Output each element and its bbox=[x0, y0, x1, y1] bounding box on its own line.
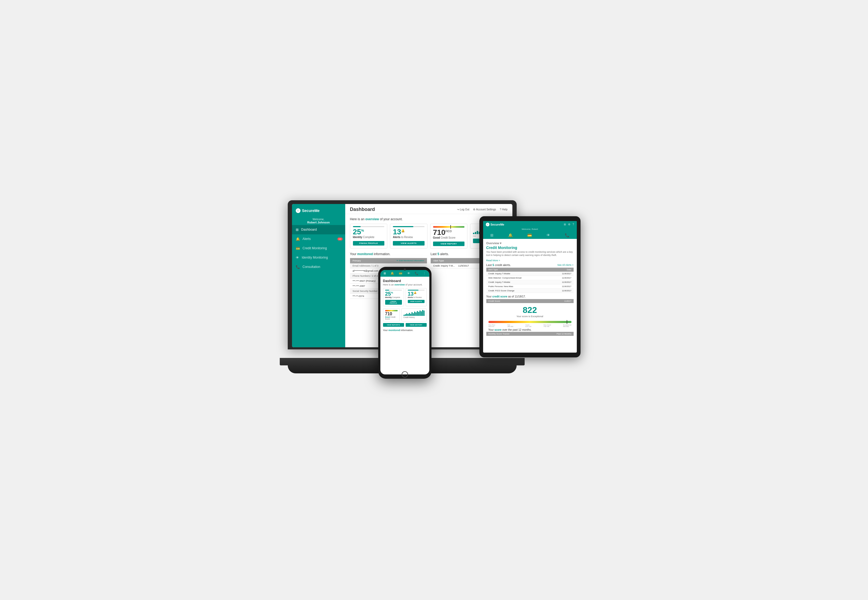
alerts-bar bbox=[393, 226, 425, 227]
tablet-see-all[interactable]: See All Alerts > bbox=[557, 264, 574, 266]
tablet-nav-alerts[interactable]: 🔔 bbox=[508, 233, 513, 237]
phone-home-button[interactable] bbox=[402, 371, 408, 377]
tablet-nav-identity[interactable]: 👁 bbox=[546, 233, 550, 237]
p-bar-4 bbox=[408, 314, 408, 316]
sidebar-item-credit[interactable]: 💳 Credit Monitoring bbox=[292, 244, 345, 253]
tablet-topbar-icons: ⊞ ⚙ ? bbox=[564, 223, 574, 226]
consultation-icon: 📞 bbox=[296, 265, 300, 269]
tablet-alert-type-2: Web Watcher: Compromised Email bbox=[488, 277, 522, 279]
range-very-good: Very Good740-799 bbox=[543, 324, 551, 327]
tablet-read-more[interactable]: Read More > bbox=[486, 259, 574, 262]
tablet-icon-2[interactable]: ⚙ bbox=[568, 223, 570, 226]
tablet-tracker-header: Monthly Score Tracker Past 12 Months bbox=[486, 332, 574, 336]
stat-credit-score: 710FICO Good Credit Score VIEW REPORT bbox=[430, 224, 468, 248]
p-bar-3 bbox=[406, 314, 407, 316]
phone-alerts-bar bbox=[408, 290, 425, 291]
alerts-bar-fill bbox=[393, 226, 413, 227]
view-alerts-button[interactable]: VIEW ALERTS bbox=[393, 241, 425, 245]
tablet-alert-date-4: 11/9/2017 bbox=[562, 285, 572, 288]
phone-nav-alerts[interactable]: 🔔 bbox=[390, 272, 394, 275]
monitored-table-header: Primary ✏ Edit Monitored Information bbox=[350, 258, 427, 264]
laptop-sidebar: i SecureMe Welcome, Robert Johnson ⊞ Das… bbox=[292, 204, 345, 347]
p-bar-5 bbox=[409, 313, 410, 316]
tablet-logo-icon: i bbox=[486, 223, 490, 226]
tracker-period: Past 12 Months bbox=[556, 333, 572, 335]
tablet-nav-phone[interactable]: 📞 bbox=[565, 233, 569, 237]
credit-score-bar bbox=[433, 226, 465, 228]
bar-3 bbox=[477, 231, 478, 234]
logout-link[interactable]: ↪ Log Out bbox=[457, 208, 469, 211]
phone-nav-more[interactable]: ⋮ bbox=[423, 272, 426, 275]
tablet-icon-3[interactable]: ? bbox=[573, 223, 574, 226]
tablet-nav-dashboard[interactable]: ⊞ bbox=[490, 233, 493, 237]
phone-nav: ⊞ 🔔 💳 👁 📞 ⋮ bbox=[380, 270, 429, 277]
tablet: i SecureMe ⊞ ⚙ ? Welcome, Robert ⊞ 🔔 💳 bbox=[479, 216, 581, 358]
view-report-button[interactable]: VIEW REPORT bbox=[433, 242, 465, 246]
tablet-nav-credit[interactable]: 💳 bbox=[527, 233, 532, 237]
tablet-big-score: 822 Your score is Exceptional bbox=[486, 303, 574, 320]
sidebar-item-alerts[interactable]: 🔔 Alerts 13 bbox=[292, 234, 345, 244]
tablet-topbar: i SecureMe ⊞ ⚙ ? bbox=[483, 221, 577, 228]
edit-monitored-link[interactable]: ✏ Edit Monitored Information bbox=[396, 259, 424, 262]
phone-page-title: Dashboard bbox=[383, 279, 427, 283]
phone-finish-profile[interactable]: FINISH PROFILE bbox=[385, 300, 402, 305]
sidebar-label-dashboard: Dashboard bbox=[301, 228, 317, 232]
alert-col-type: Alert Type bbox=[433, 259, 444, 262]
p-bar-1 bbox=[404, 315, 405, 315]
phone-stat-alerts: 13🔔 Alerts to Review VIEW ALERTS bbox=[406, 288, 427, 306]
phone-btn-row: VIEW REPORTS VIEW HISTORY bbox=[383, 323, 427, 327]
finish-profile-button[interactable]: FINISH PROFILE bbox=[353, 241, 385, 245]
phone-alerts-num: 13🔔 bbox=[408, 291, 425, 296]
identity-icon: 👁 bbox=[296, 256, 299, 260]
sidebar-label-credit: Credit Monitoring bbox=[302, 246, 327, 250]
laptop-logo: i SecureMe bbox=[292, 204, 345, 216]
tablet-description: You have been provided with access to cr… bbox=[486, 250, 574, 257]
phone-identity-num: 25% bbox=[385, 291, 402, 296]
phone-nav-identity[interactable]: 👁 bbox=[407, 272, 410, 275]
phone-nav-phone[interactable]: 📞 bbox=[415, 272, 419, 275]
tablet-welcome-text: Welcome, Robert bbox=[522, 228, 538, 230]
phone-identity-bar bbox=[385, 290, 402, 291]
p-bar-7 bbox=[411, 312, 413, 315]
phone-nav-credit[interactable]: 💳 bbox=[399, 272, 402, 275]
phone-nav-dashboard[interactable]: ⊞ bbox=[384, 272, 386, 275]
tablet-past-score-title: Your score over the past 12 months. bbox=[486, 328, 574, 331]
range-good: Good670-739 bbox=[525, 324, 531, 327]
tablet-score-section: Your credit score as of 11/18/17. Credit… bbox=[486, 295, 574, 336]
tablet-score-title: Your credit score as of 11/18/17. bbox=[486, 295, 574, 298]
credit-score-number: 710FICO bbox=[433, 229, 465, 236]
phone-view-alerts[interactable]: VIEW ALERTS bbox=[408, 300, 425, 303]
phone-subtitle: Here is an overview of your account. bbox=[383, 283, 427, 286]
p-bar-15 bbox=[422, 310, 423, 316]
sidebar-item-dashboard[interactable]: ⊞ Dashboard bbox=[292, 225, 345, 234]
sidebar-label-alerts: Alerts bbox=[302, 237, 311, 241]
sidebar-item-identity[interactable]: 👁 Identity Monitoring bbox=[292, 253, 345, 262]
stat-identity: 25% Identity Complete FINISH PROFILE bbox=[350, 224, 387, 248]
identity-number: 25% bbox=[353, 228, 385, 236]
help-link[interactable]: ? Help bbox=[500, 208, 508, 211]
tablet-icon-1[interactable]: ⊞ bbox=[564, 223, 566, 226]
phone-view-reports[interactable]: VIEW REPORTS bbox=[383, 323, 404, 327]
p-bar-10 bbox=[416, 312, 417, 315]
tablet-logo-text: SecureMe bbox=[491, 223, 504, 226]
tablet-score-table-header: Credit Score 11/8/17 bbox=[486, 299, 574, 303]
laptop-welcome: Welcome, Robert Johnson bbox=[292, 216, 345, 225]
sidebar-item-consultation[interactable]: 📞 Consultation bbox=[292, 262, 345, 272]
laptop-header: Dashboard ↪ Log Out ⚙ Account Settings ?… bbox=[345, 204, 513, 214]
chart-label-oct: Oct bbox=[473, 235, 476, 237]
phone-history: Credit History bbox=[401, 308, 427, 321]
p-bar-9 bbox=[414, 312, 415, 315]
credit-score-label: Good Credit Score bbox=[433, 236, 465, 239]
tracker-label: Monthly Score Tracker bbox=[488, 333, 510, 335]
bar-2 bbox=[475, 232, 476, 234]
phone-monitored-text: Your monitored information. bbox=[383, 329, 427, 332]
range-very-poor: Very Poor300-579 bbox=[488, 324, 495, 327]
phone-credit-bar bbox=[385, 310, 398, 311]
tablet-welcome: Welcome, Robert bbox=[483, 228, 577, 232]
sidebar-label-identity: Identity Monitoring bbox=[302, 256, 328, 259]
account-settings-link[interactable]: ⚙ Account Settings bbox=[473, 208, 496, 211]
tablet-alert-date-3: 11/9/2017 bbox=[562, 281, 572, 283]
tablet-alert-table-header: Alert Type Date bbox=[486, 268, 574, 272]
phone-view-history[interactable]: VIEW HISTORY bbox=[406, 323, 427, 327]
page-title: Dashboard bbox=[350, 207, 375, 212]
